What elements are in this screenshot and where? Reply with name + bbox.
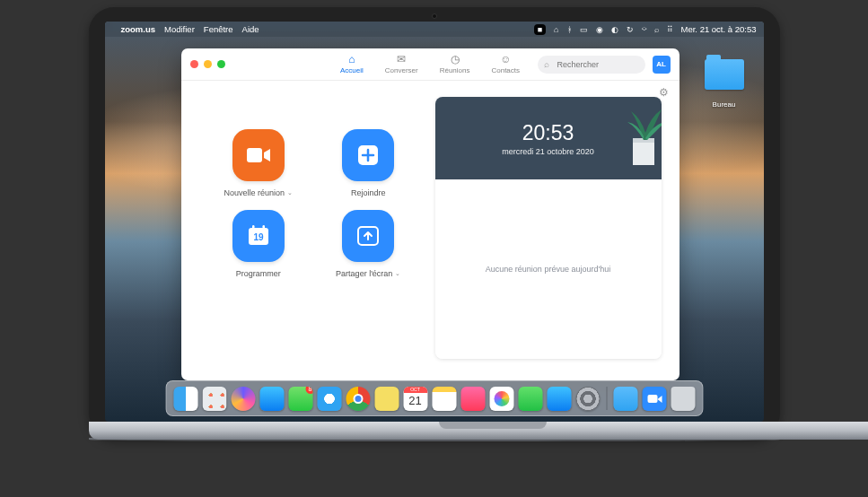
app-menu[interactable]: zoom.us	[121, 24, 156, 34]
settings-gear-icon[interactable]: ⚙	[659, 86, 669, 99]
dock-zoom[interactable]	[642, 387, 666, 411]
chevron-down-icon: ⌄	[287, 189, 293, 196]
badge-icon: 8	[305, 387, 312, 394]
search-field-wrapper: ⌕	[538, 56, 645, 74]
schedule-button[interactable]: 19 Programmer	[208, 210, 310, 278]
chevron-down-icon: ⌄	[395, 270, 400, 277]
tab-meetings-label: Réunions	[440, 66, 470, 74]
desktop-folder[interactable]: Bureau	[703, 59, 746, 110]
zoom-tabs: ⌂ Accueil ✉ Converser ◷ Réunions ☺	[340, 54, 520, 74]
status-search-icon[interactable]: ⌕	[654, 25, 659, 34]
tab-home-label: Accueil	[340, 66, 364, 74]
dock-settings[interactable]	[575, 387, 600, 411]
status-clock-icon[interactable]: ◐	[611, 25, 618, 34]
dock-separator	[606, 387, 607, 410]
clock-card-header: 20:53 mercredi 21 octobre 2020	[435, 97, 662, 179]
dock-music[interactable]	[460, 387, 485, 411]
screen: zoom.us Modifier Fenêtre Aide ■ ⌂ ᚼ ▭ ◉ …	[105, 22, 764, 422]
status-camera-icon[interactable]: ■	[534, 24, 546, 35]
join-label: Rejoindre	[351, 188, 386, 197]
current-time: 20:53	[522, 121, 574, 145]
window-controls	[190, 60, 225, 68]
share-screen-label: Partager l'écran	[336, 269, 392, 278]
dock-notes[interactable]	[432, 387, 456, 411]
dock-mail[interactable]	[259, 387, 284, 411]
status-wifi-icon[interactable]: ⌔	[642, 25, 646, 34]
dock-chrome[interactable]	[346, 387, 370, 411]
dock-calendar[interactable]: OCT 21	[403, 387, 427, 411]
tab-home[interactable]: ⌂ Accueil	[340, 54, 364, 74]
camera-dot	[432, 13, 437, 19]
video-icon	[247, 147, 270, 163]
dock-photos[interactable]	[489, 387, 513, 411]
plant-decoration-icon	[599, 97, 662, 179]
svg-rect-4	[262, 225, 265, 231]
menu-edit[interactable]: Modifier	[164, 24, 195, 34]
action-grid: Nouvelle réunion ⌄ Rejoindre	[208, 97, 419, 359]
dock-appstore[interactable]	[547, 387, 571, 411]
dock-launchpad[interactable]	[202, 387, 226, 411]
folder-icon	[705, 59, 744, 90]
svg-rect-0	[247, 148, 262, 162]
avatar-initials: AL	[656, 60, 666, 68]
dock-finder[interactable]	[173, 387, 197, 411]
schedule-label: Programmer	[236, 269, 281, 278]
dock-preview[interactable]	[374, 387, 399, 411]
no-meetings-label: Aucune réunion prévue aujourd'hui	[486, 265, 610, 274]
upcoming-panel: 20:53 mercredi 21 octobre 2020	[435, 97, 662, 359]
user-avatar[interactable]: AL	[653, 56, 671, 74]
dock-facetime[interactable]	[518, 387, 542, 411]
tab-chat-label: Converser	[385, 66, 418, 74]
status-bluetooth-icon[interactable]: ᚼ	[567, 25, 572, 34]
svg-text:19: 19	[253, 232, 264, 242]
close-button[interactable]	[190, 60, 198, 68]
tab-meetings[interactable]: ◷ Réunions	[440, 54, 470, 74]
dock: 8 OCT 21	[165, 380, 703, 416]
minimize-button[interactable]	[204, 60, 212, 68]
tab-contacts-label: Contacts	[491, 66, 520, 74]
calendar-icon: 19	[248, 225, 269, 247]
dock-cal-day: 21	[403, 393, 427, 409]
macos-menubar: zoom.us Modifier Fenêtre Aide ■ ⌂ ᚼ ▭ ◉ …	[105, 22, 764, 37]
search-icon: ⌕	[544, 59, 549, 69]
svg-rect-3	[252, 225, 255, 231]
status-sync-icon[interactable]: ↻	[627, 25, 634, 34]
dock-safari[interactable]	[317, 387, 341, 411]
menubar-datetime[interactable]: Mer. 21 oct. à 20:53	[681, 24, 757, 34]
chat-icon: ✉	[397, 54, 406, 65]
new-meeting-button[interactable]: Nouvelle réunion ⌄	[208, 129, 310, 197]
menu-help[interactable]: Aide	[242, 24, 259, 34]
status-battery-icon[interactable]: ▭	[580, 25, 588, 34]
status-eye-icon[interactable]: ◉	[596, 25, 603, 34]
new-meeting-label: Nouvelle réunion	[224, 188, 285, 197]
status-airplay-icon[interactable]: ⌂	[554, 25, 558, 34]
share-arrow-icon	[357, 226, 379, 246]
device-label: MacBook Pro	[89, 422, 869, 431]
plus-icon	[358, 145, 378, 165]
zoom-window: ⌂ Accueil ✉ Converser ◷ Réunions ☺	[181, 48, 679, 380]
dock-trash[interactable]	[671, 387, 695, 411]
zoom-titlebar: ⌂ Accueil ✉ Converser ◷ Réunions ☺	[181, 48, 679, 81]
home-icon: ⌂	[348, 54, 355, 65]
status-control-icon[interactable]: ⠿	[667, 25, 673, 34]
menu-window[interactable]: Fenêtre	[204, 24, 233, 34]
contacts-icon: ☺	[500, 54, 511, 65]
dock-siri[interactable]	[231, 387, 255, 411]
desktop-folder-label: Bureau	[713, 100, 736, 109]
dock-messages[interactable]: 8	[288, 387, 312, 411]
dock-cal-month: OCT	[403, 387, 427, 393]
upcoming-list: Aucune réunion prévue aujourd'hui	[435, 179, 662, 359]
dock-downloads-folder[interactable]	[613, 387, 637, 411]
tab-chat[interactable]: ✉ Converser	[385, 54, 418, 74]
tab-contacts[interactable]: ☺ Contacts	[491, 54, 520, 74]
share-screen-button[interactable]: Partager l'écran ⌄	[318, 210, 419, 278]
search-input[interactable]	[538, 56, 645, 74]
macbook-frame: zoom.us Modifier Fenêtre Aide ■ ⌂ ᚼ ▭ ◉ …	[89, 7, 780, 441]
current-date: mercredi 21 octobre 2020	[502, 147, 594, 156]
zoom-button[interactable]	[217, 60, 225, 68]
join-button[interactable]: Rejoindre	[318, 129, 419, 197]
clock-icon: ◷	[451, 54, 460, 65]
